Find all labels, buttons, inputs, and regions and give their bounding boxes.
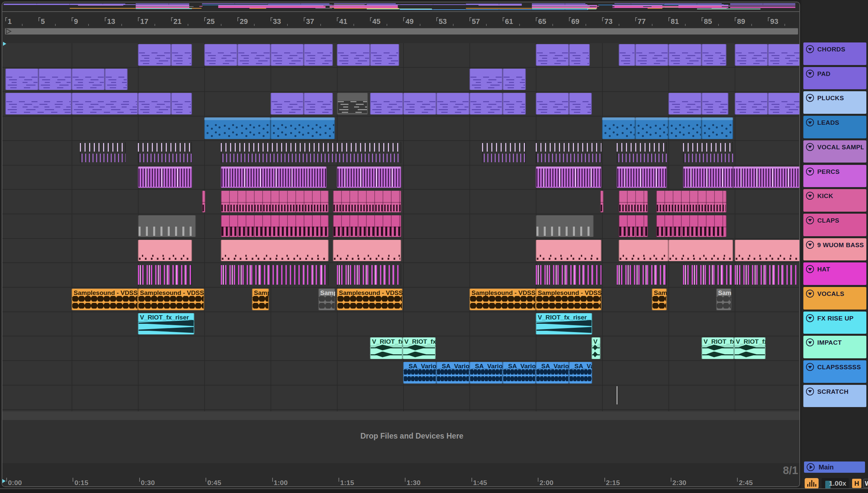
clip[interactable] — [617, 167, 667, 188]
track-header-vocals[interactable]: VOCALS — [803, 287, 866, 309]
disclosure-icon[interactable] — [806, 265, 814, 273]
clip[interactable] — [221, 240, 328, 261]
clip[interactable] — [237, 44, 271, 66]
clip[interactable] — [536, 215, 594, 237]
clip[interactable] — [271, 93, 304, 114]
track-header-hat[interactable]: HAT — [803, 262, 866, 285]
clip[interactable] — [337, 44, 370, 66]
clip[interactable] — [635, 44, 668, 66]
clip[interactable] — [333, 191, 401, 212]
clip[interactable]: V_RIOT_fx — [702, 337, 734, 359]
clip[interactable] — [271, 117, 335, 139]
track-header-kick[interactable]: KICK — [803, 189, 866, 212]
clip[interactable] — [105, 69, 128, 90]
track-header-pad[interactable]: PAD — [803, 67, 866, 90]
clip[interactable] — [202, 191, 205, 212]
time-ruler[interactable]: 0:000:150:300:451:001:151:301:452:002:15… — [2, 478, 799, 487]
disclosure-icon[interactable] — [806, 45, 814, 53]
drop-zone[interactable] — [2, 420, 799, 463]
clip[interactable] — [702, 44, 726, 66]
clip[interactable]: V_RIOT_fx — [592, 337, 601, 359]
clip[interactable] — [221, 215, 328, 237]
clip[interactable] — [138, 264, 192, 286]
clip[interactable]: _SA_Vario — [470, 362, 503, 384]
clip[interactable] — [503, 69, 526, 90]
clip[interactable]: Samplesound - VDSS — [716, 288, 731, 310]
clip[interactable] — [702, 93, 728, 114]
clip[interactable] — [619, 191, 648, 212]
clip[interactable] — [536, 142, 601, 164]
clip[interactable] — [635, 117, 668, 139]
track-header-chords[interactable]: CHORDS — [803, 42, 866, 65]
disclosure-icon[interactable] — [806, 387, 814, 395]
clip[interactable] — [333, 215, 401, 237]
clip[interactable] — [619, 215, 648, 237]
clip[interactable] — [470, 93, 503, 114]
clip[interactable]: _SA_Vario — [436, 362, 470, 384]
clip[interactable]: Samplesound - VDSS — [337, 288, 403, 310]
track-header-clapssssss[interactable]: CLAPSSSSSS — [803, 360, 866, 383]
disclosure-icon[interactable] — [806, 94, 814, 102]
arrangement-overview-minimap[interactable] — [2, 2, 799, 12]
clip[interactable] — [702, 117, 733, 139]
clip[interactable] — [403, 93, 436, 114]
disclosure-icon[interactable] — [806, 290, 814, 298]
clip[interactable] — [569, 93, 592, 114]
height-zoom-button[interactable]: H — [852, 479, 861, 488]
clip[interactable]: Samplesound - VDSS — [318, 288, 335, 310]
clip[interactable] — [5, 69, 39, 90]
disclosure-icon[interactable] — [806, 70, 814, 78]
disclosure-icon[interactable] — [806, 119, 814, 126]
clip[interactable] — [72, 69, 105, 90]
track-header-leads[interactable]: LEADS — [803, 116, 866, 138]
clip[interactable] — [735, 264, 800, 286]
track-header-scratch[interactable]: SCRATCH — [803, 385, 866, 407]
clip[interactable] — [600, 191, 603, 212]
clip[interactable] — [221, 191, 328, 212]
clip[interactable] — [370, 93, 403, 114]
clip[interactable] — [138, 215, 196, 237]
disclosure-icon[interactable] — [806, 363, 814, 371]
disclosure-icon[interactable] — [806, 168, 814, 175]
clip[interactable] — [668, 240, 733, 261]
track-header-percs[interactable]: PERCS — [803, 165, 866, 188]
clip[interactable]: Samplesound - VDSS — [536, 288, 601, 310]
clip[interactable] — [668, 44, 702, 66]
clip[interactable] — [536, 44, 569, 66]
clip[interactable] — [735, 44, 768, 66]
clip[interactable] — [171, 44, 192, 66]
clip[interactable] — [733, 167, 800, 188]
clip[interactable] — [768, 93, 800, 114]
clip[interactable] — [602, 117, 635, 139]
width-zoom-button[interactable]: W — [863, 479, 868, 488]
clip[interactable] — [503, 93, 526, 114]
clip[interactable]: _SA_Vario — [536, 362, 569, 384]
clip[interactable] — [656, 215, 727, 237]
clip[interactable] — [138, 240, 192, 261]
disclosure-icon[interactable] — [806, 314, 814, 322]
clip[interactable] — [735, 93, 768, 114]
disclosure-icon[interactable] — [806, 338, 814, 346]
clip[interactable] — [735, 240, 800, 261]
track-header-claps[interactable]: CLAPS — [803, 214, 866, 236]
clip[interactable] — [569, 44, 590, 66]
clip[interactable] — [138, 93, 171, 114]
audition-waveform-button[interactable] — [805, 478, 819, 489]
clip[interactable] — [470, 69, 503, 90]
clip[interactable] — [80, 142, 125, 164]
clip[interactable] — [683, 167, 733, 188]
clip[interactable] — [271, 44, 304, 66]
clip[interactable] — [337, 167, 401, 188]
clip[interactable]: _SA_Vario — [503, 362, 536, 384]
clip[interactable]: _SA_Vario — [569, 362, 592, 384]
clip[interactable]: V_RIOT_fx — [370, 337, 403, 359]
clip[interactable]: Samplesound - VDSS — [470, 288, 536, 310]
disclosure-icon[interactable] — [806, 192, 814, 200]
clip[interactable] — [5, 93, 72, 114]
clip[interactable] — [668, 117, 702, 139]
track-header-9-wuom-bass[interactable]: 9 WUOM BASS — [803, 238, 866, 261]
clip[interactable] — [536, 264, 601, 286]
track-header-impact[interactable]: IMPACT — [803, 336, 866, 358]
clip[interactable] — [221, 264, 328, 286]
drop-strip[interactable] — [2, 411, 799, 420]
